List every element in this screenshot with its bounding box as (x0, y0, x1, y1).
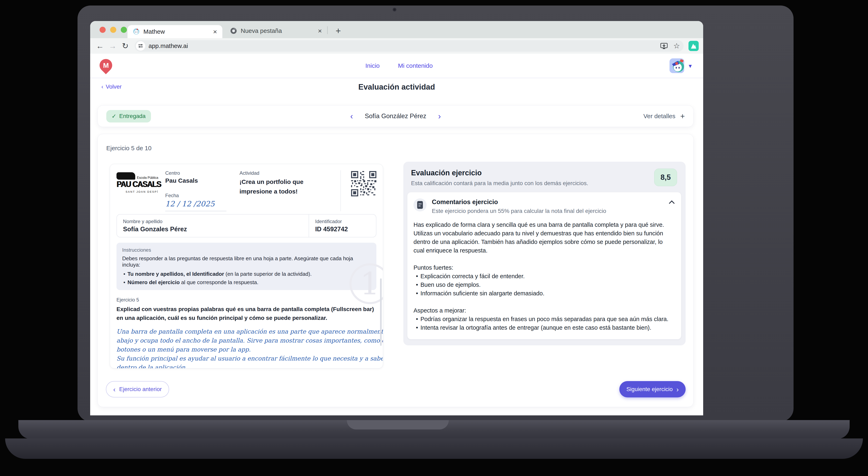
identificador-value: ID 4592742 (315, 226, 370, 233)
handwriting-line: Una barra de pantalla completa en una ap… (117, 327, 376, 336)
instruction-bullet: Tu nombre y apellidos, el Identificador … (122, 271, 371, 277)
back-label: Volver (106, 84, 122, 90)
evaluation-subtitle: Esta calificación contará para la media … (411, 180, 588, 186)
url-text[interactable]: app.mathew.ai (149, 42, 660, 50)
view-details-label: Ver detalles (643, 113, 675, 120)
school-logo-escola: Escola Pública (137, 176, 158, 180)
install-app-icon[interactable] (660, 42, 668, 50)
back-icon[interactable]: ← (95, 42, 105, 51)
previous-exercise-label: Ejercicio anterior (119, 386, 162, 392)
browser-tab-strip: Mathew × Nueva pestaña × + (90, 21, 703, 38)
next-student-icon[interactable]: › (438, 112, 441, 121)
laptop-hinge-notch (347, 420, 449, 429)
comments-paragraph: Has explicado de forma clara y sencilla … (413, 220, 674, 255)
bullet-bold: Número del ejercicio (127, 279, 180, 285)
exercise-card: Ejercicio 5 de 10 Escola Pública PAU CAS… (97, 134, 693, 407)
strength-item: Buen uso de ejemplos. (413, 280, 674, 289)
centro-value: Pau Casals (165, 177, 232, 184)
maximize-window-button[interactable] (121, 27, 127, 33)
laptop-mockup: Mathew × Nueva pestaña × + ← → ↻ (0, 0, 868, 476)
comments-card: Comentarios ejercicio Este ejercicio pon… (407, 192, 681, 339)
prev-student-icon[interactable]: ‹ (350, 112, 353, 121)
next-exercise-label: Siguiente ejercicio (626, 386, 673, 392)
comments-subtitle: Este ejercicio pondera un 55% para calcu… (432, 208, 606, 214)
logo-letter: M (103, 61, 109, 69)
previous-exercise-button[interactable]: ‹ Ejercicio anterior (106, 381, 169, 397)
close-tab-icon[interactable]: × (318, 27, 322, 34)
worksheet-preview[interactable]: Escola Pública PAU CASALS SANT JOAN DESP… (110, 164, 383, 368)
bullet-rest: al que corresponde la respuesta. (180, 279, 258, 285)
laptop-camera (393, 8, 396, 11)
strength-item: Explicación correcta y fácil de entender… (413, 272, 674, 280)
bullet-rest: (en la parte superior de la actividad). (224, 271, 311, 277)
evaluation-panel: Evaluación ejercicio Esta calificación c… (403, 162, 686, 345)
comments-header[interactable]: Comentarios ejercicio Este ejercicio pon… (413, 199, 674, 214)
strengths-title: Puntos fuertes: (413, 263, 674, 272)
check-icon: ✓ (112, 113, 116, 120)
school-logo-sub: SANT JOAN DESPÍ (117, 190, 158, 193)
worksheet-header: Escola Pública PAU CASALS SANT JOAN DESP… (117, 170, 376, 211)
new-tab-button[interactable]: + (333, 26, 344, 36)
identificador-label: Identificador (315, 218, 370, 224)
chevron-left-icon: ‹ (101, 84, 103, 90)
school-logo-mark (117, 172, 135, 180)
reload-icon[interactable]: ↻ (120, 41, 130, 51)
handwriting-line: abajo y ocupa todo el ancho de la pantal… (117, 336, 376, 345)
tab-new-tab[interactable]: Nueva pestaña × (228, 25, 324, 36)
chevron-up-icon[interactable] (669, 201, 675, 206)
fecha-underline (165, 211, 226, 211)
laptop-base-bottom (5, 439, 863, 459)
bookmark-star-icon[interactable]: ☆ (673, 42, 680, 50)
bullet-bold: Tu nombre y apellidos, el Identificador (127, 271, 224, 277)
chevron-right-icon: › (677, 385, 679, 393)
school-logo-name: PAU CASALS (117, 179, 158, 189)
tab-title: Mathew (144, 28, 209, 35)
browser-toolbar: ← → ↻ app.mathew.ai (90, 38, 703, 54)
user-menu[interactable]: ▾ (670, 54, 692, 78)
nav-mi-contenido[interactable]: Mi contenido (398, 62, 433, 69)
qr-code (351, 171, 376, 196)
avatar[interactable] (670, 58, 684, 73)
nombre-label: Nombre y apellido (123, 218, 303, 224)
plus-icon: + (680, 112, 685, 121)
next-exercise-button[interactable]: Siguiente ejercicio › (619, 381, 686, 397)
nombre-value: Sofía Gonzales Pérez (123, 226, 303, 233)
status-card: ✓ Entregada ‹ Sofía González Pérez › Ver… (97, 105, 693, 127)
browser-window: Mathew × Nueva pestaña × + ← → ↻ (90, 21, 703, 415)
student-switcher: ‹ Sofía González Pérez › (350, 112, 441, 121)
exercise-label: Ejercicio 5 (117, 297, 376, 303)
back-link[interactable]: ‹ Volver (101, 84, 122, 90)
chevron-down-icon[interactable]: ▾ (689, 62, 692, 69)
nav-inicio[interactable]: Inicio (365, 62, 380, 69)
forward-icon[interactable]: → (107, 42, 118, 51)
status-badge-label: Entregada (119, 113, 146, 119)
school-logo: Escola Pública PAU CASALS SANT JOAN DESP… (117, 170, 158, 211)
exercise-statement: Explicad con vuestras propias palabras q… (117, 305, 376, 323)
document-icon (413, 199, 427, 211)
handwriting-line: botones o un menú para moverse por la ap… (117, 345, 376, 354)
extension-icon[interactable] (688, 41, 699, 51)
app-content: M Inicio Mi contenido (90, 54, 703, 415)
close-window-button[interactable] (99, 27, 106, 33)
close-tab-icon[interactable]: × (213, 28, 217, 35)
grade-badge: 8,5 (654, 169, 677, 186)
tab-mathew[interactable]: Mathew × (127, 25, 222, 38)
worksheet-scrollbar[interactable] (380, 278, 382, 346)
page-title: Evaluación actividad (90, 78, 703, 91)
site-settings-icon[interactable] (136, 41, 145, 51)
window-controls (99, 27, 127, 33)
tab-title: Nueva pestaña (241, 27, 314, 34)
minimize-window-button[interactable] (110, 27, 116, 33)
student-name: Sofía González Pérez (365, 113, 426, 120)
strength-item: Información suficiente sin alargarte dem… (413, 289, 674, 298)
new-tab-favicon-icon (230, 27, 237, 34)
instructions-intro: Debes responder a las preguntas de respu… (122, 255, 371, 268)
instructions-label: Instrucciones (122, 247, 371, 253)
instructions-box: Instrucciones Debes responder a las preg… (117, 243, 376, 290)
exercise-counter: Ejercicio 5 de 10 (106, 145, 152, 152)
status-badge: ✓ Entregada (106, 110, 151, 122)
view-details-button[interactable]: Ver detalles + (643, 112, 685, 121)
actividad-label: Actividad (240, 170, 334, 176)
mathew-logo[interactable]: M (97, 56, 115, 74)
address-bar[interactable]: app.mathew.ai ☆ (135, 40, 684, 52)
